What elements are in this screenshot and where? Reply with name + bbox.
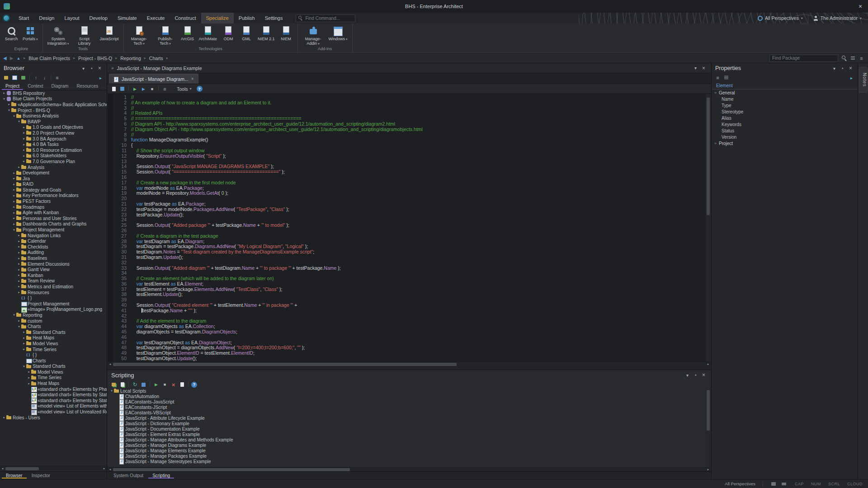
dock-tab-system-output[interactable]: System Output: [109, 473, 147, 479]
help-icon[interactable]: [191, 382, 197, 388]
page-icon[interactable]: [110, 85, 117, 92]
property-row-alias[interactable]: Alias: [712, 115, 858, 121]
tree-item-heat-maps[interactable]: ▸Heat Maps: [0, 380, 107, 386]
property-row-version[interactable]: Version: [712, 134, 858, 140]
editor-tab-manage-diagrams[interactable]: JavaScript - Manage Diagram... ×: [109, 74, 198, 84]
expander-icon[interactable]: ▸: [17, 234, 21, 237]
ribbon-tab-construct[interactable]: Construct: [170, 13, 201, 23]
expander-icon[interactable]: ▸: [22, 126, 26, 129]
code-editor[interactable]: 1//2// An example of how to create a dia…: [108, 94, 711, 361]
expander-icon[interactable]: ▸: [12, 177, 16, 180]
tree-item-standard-charts[interactable]: ▾Standard Charts: [0, 364, 107, 370]
expander-icon[interactable]: ▸: [22, 330, 26, 334]
stop-icon[interactable]: [149, 85, 156, 92]
tree-item-model-views[interactable]: ▸Model Views: [0, 369, 107, 375]
new-script-group-icon[interactable]: [110, 381, 117, 388]
expander-icon[interactable]: ▸: [2, 416, 6, 419]
up-arrow-icon[interactable]: ▲: [16, 56, 20, 61]
save-icon[interactable]: [119, 85, 126, 92]
tree-item-javascript-manage-attributes-and-methods-example[interactable]: JavaScript - Manage Attributes and Metho…: [108, 437, 705, 442]
property-row-name[interactable]: Name: [712, 96, 858, 102]
project-tree[interactable]: ▸BHS Repository▾Blue Claim Projects▸«App…: [0, 90, 107, 463]
scripts-tree[interactable]: ▾Local ScriptsChartAutomationEAConstants…: [108, 388, 705, 467]
scroll-right-icon[interactable]: ▸: [706, 468, 711, 471]
new-diagram-icon[interactable]: [11, 75, 18, 81]
chevron-double-icon[interactable]: »: [111, 66, 114, 70]
close-icon[interactable]: [96, 65, 103, 72]
keyboard-icon[interactable]: [781, 480, 788, 487]
new-element-icon[interactable]: [20, 75, 27, 81]
tree-item-pest-factors[interactable]: ▸PEST Factors: [0, 198, 107, 204]
status-perspective[interactable]: All Perspectives: [725, 481, 755, 486]
tree-item-reporting[interactable]: ▾Reporting: [0, 312, 107, 318]
tree-item-standard-chart-elements-by-status[interactable]: «standard chart» Elements by Status: [0, 392, 107, 398]
save-icon[interactable]: [140, 381, 147, 388]
ribbon-tab-execute[interactable]: Execute: [142, 13, 170, 23]
move-down-icon[interactable]: [41, 75, 48, 81]
expander-icon[interactable]: ▸: [17, 245, 21, 249]
property-row-keywords[interactable]: Keywords: [712, 121, 858, 127]
refresh-icon[interactable]: [132, 381, 138, 388]
tree-item-personas-and-user-stories[interactable]: ▸Personas and User Stories: [0, 216, 107, 221]
expander-icon[interactable]: ▾: [17, 120, 21, 123]
tree-item-standard-chart-elements-by-status[interactable]: «standard chart» Elements by Status: [0, 398, 107, 404]
tree-item-project-bhs-q[interactable]: ▾Project - BHS-Q: [0, 108, 107, 113]
expander-icon[interactable]: ▸: [27, 370, 31, 374]
expander-icon[interactable]: ▸: [12, 171, 16, 175]
ribbon-button-search[interactable]: Search: [2, 24, 20, 41]
expander-icon[interactable]: ▸: [2, 91, 6, 95]
expander-icon[interactable]: ▸: [22, 160, 26, 163]
ribbon-button-javascript[interactable]: JavaScript: [98, 24, 121, 41]
tree-item-applicationschema-basic-application-schema[interactable]: ▸«ApplicationSchema» Basic Application S…: [0, 102, 107, 108]
property-row-status[interactable]: Status: [712, 127, 858, 134]
app-menu-icon[interactable]: [3, 14, 10, 22]
scripting-hscrollbar[interactable]: ◂ ▸: [108, 467, 711, 471]
tree-item-charts[interactable]: ▾Charts: [0, 324, 107, 329]
ribbon-tab-develop[interactable]: Develop: [85, 13, 113, 23]
tree-item-calendar[interactable]: ▸Calendar: [0, 238, 107, 244]
tree-item-item[interactable]: { }: [0, 295, 107, 301]
collapse-right-icon[interactable]: [97, 75, 104, 81]
tree-item-4-0-ba-tasks[interactable]: ▸4.0 BA Tasks: [0, 141, 107, 147]
tree-item-development[interactable]: ▸Development: [0, 170, 107, 176]
tree-item-5-0-resource-estimation[interactable]: ▸5.0 Resource Estimation: [0, 147, 107, 153]
tree-item-eaconstants-vbscript[interactable]: EAConstants-VBScript: [108, 410, 705, 415]
tree-item-bhs-repository[interactable]: ▸BHS Repository: [0, 90, 107, 96]
dock-tab-inspector[interactable]: Inspector: [28, 473, 54, 479]
tree-item-analysis[interactable]: ▸Analysis: [0, 164, 107, 170]
tree-item-roadmaps[interactable]: ▸Roadmaps: [0, 204, 107, 210]
expander-icon[interactable]: ▸: [22, 347, 26, 351]
dock-tab-scripting[interactable]: Scripting: [148, 473, 174, 479]
tree-item-key-performance-indicators[interactable]: ▸Key Performance Indicators: [0, 193, 107, 199]
chevron-down-icon[interactable]: [684, 372, 691, 379]
expander-icon[interactable]: ▸: [22, 137, 26, 141]
layout-icon[interactable]: [770, 480, 777, 487]
tree-item-time-series[interactable]: ▸Time Series: [0, 347, 107, 352]
debug-icon[interactable]: [140, 85, 147, 92]
ribbon-button-script-library[interactable]: Script Library: [71, 24, 98, 46]
delete-icon[interactable]: [170, 381, 177, 388]
chevron-down-icon[interactable]: [831, 65, 838, 72]
ribbon-button-manage-addin[interactable]: Manage-Addin▾: [300, 24, 326, 46]
property-row-stereotype[interactable]: Stereotype: [712, 108, 858, 115]
tree-item-model-view-list-of-unrealized-require[interactable]: «model view» List of Unrealized Require: [0, 409, 107, 415]
tree-item-auditing[interactable]: ▸Auditing: [0, 250, 107, 256]
chevron-down-icon[interactable]: [80, 65, 87, 72]
tree-item-javascript-manage-stereotypes-example[interactable]: JavaScript - Manage Stereotypes Example: [108, 459, 705, 464]
browser-tab-project[interactable]: Project: [2, 82, 23, 90]
expander-icon[interactable]: ▸: [12, 194, 16, 197]
expander-icon[interactable]: ▸: [22, 148, 26, 152]
expander-icon[interactable]: ▾: [7, 108, 11, 112]
tree-item-standard-charts[interactable]: ▸Standard Charts: [0, 329, 107, 335]
tree-item-raid[interactable]: ▸RAID: [0, 182, 107, 188]
tree-item-local-scripts[interactable]: ▾Local Scripts: [108, 388, 705, 394]
tree-item-standard-chart-elements-by-phase[interactable]: «standard chart» Elements by Phase: [0, 386, 107, 392]
ribbon-tab-layout[interactable]: Layout: [59, 13, 84, 23]
expander-icon[interactable]: ▸: [22, 143, 26, 146]
expander-icon[interactable]: ▸: [22, 154, 26, 158]
pin-icon[interactable]: [88, 65, 95, 72]
pin-icon[interactable]: [692, 372, 699, 379]
editor-hscrollbar[interactable]: ◂ ▸: [108, 361, 711, 366]
hamburger-menu-icon[interactable]: [54, 75, 61, 81]
tree-item-bawp[interactable]: ▾BAWP: [0, 119, 107, 125]
